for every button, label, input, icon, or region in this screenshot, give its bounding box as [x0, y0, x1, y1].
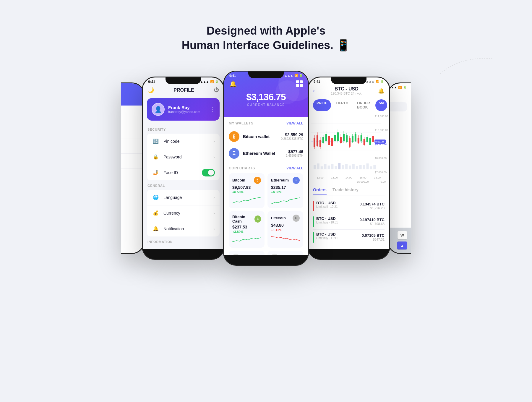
profile-title: PROFILE — [154, 87, 214, 93]
currency-icon: 💰 — [152, 209, 160, 217]
moon-icon[interactable]: 🌙 — [147, 87, 154, 93]
svg-rect-65 — [370, 166, 372, 169]
language-icon: 🌐 — [152, 193, 160, 202]
list-value: 541.42 — [121, 157, 140, 161]
options-menu-icon[interactable]: ⋮ — [210, 106, 215, 113]
svg-rect-61 — [356, 166, 358, 169]
tab-depth[interactable]: DEPTH — [333, 99, 352, 111]
coin-charts-header: COIN CHARTS VIEW ALL — [229, 166, 303, 170]
settings-item-pincode[interactable]: 🔢 Pin code › — [147, 134, 220, 149]
security-group: 🔢 Pin code › 🔒 Password › 🤳 Face ID — [147, 134, 220, 180]
list-item: 24H 27.54 +1.21% — [121, 106, 145, 124]
btc-wallet-amounts: $2,559.29 0.26921335 BTC — [281, 132, 303, 140]
settings-item-notification[interactable]: 🔔 Notification › — [147, 221, 220, 236]
xrp-icon: ✕ — [232, 254, 239, 255]
back-button[interactable]: ‹ — [313, 87, 315, 94]
contact-item[interactable]: AR — [387, 137, 407, 153]
price-label: $7,000.00 — [375, 171, 388, 174]
order-amounts: 0.07105 BTC $647.31 — [362, 233, 385, 241]
alert-bell-icon[interactable]: 🔔 — [378, 87, 385, 94]
keyboard-key-w[interactable]: W — [398, 231, 407, 239]
list-value: 23.23 — [121, 171, 140, 176]
tab-orders[interactable]: Orders — [313, 187, 327, 195]
phone-wallet: 9:41 ▲▲▲ 📶 🔋 🔔 — [223, 71, 309, 266]
coin-card-eth[interactable]: Ethereum Ξ $235.17 +6.58% — [267, 173, 303, 208]
settings-item-password[interactable]: 🔒 Password › — [147, 149, 220, 165]
wallet-item-eth[interactable]: Ξ Ethereum Wallet $577.46 2.45605 ETH — [229, 145, 303, 162]
tab-5m[interactable]: 5M — [375, 99, 387, 111]
power-icon[interactable]: ⏻ — [214, 87, 219, 93]
profile-card: 👤 Frank Ray frankrray@yahoo.com ⋮ — [147, 98, 220, 121]
wallet-balance-section: $3,136.75 CURRENT BALANCE — [224, 89, 308, 111]
keyboard-key-up[interactable]: ▲ — [397, 241, 407, 249]
list-change: +3.11% — [121, 132, 140, 136]
bell-notification-icon[interactable]: 🔔 — [229, 80, 237, 87]
price-label: $11,000.00 — [375, 115, 388, 118]
search-bar[interactable]: 🔍 Search — [387, 102, 407, 111]
sell-indicator — [313, 201, 314, 211]
coin-card-ltc[interactable]: Litecoin Ł $43.80 +1.12% — [267, 211, 303, 248]
security-section-label: SECURITY — [143, 125, 224, 132]
list-item: 57198 -1.21% — [121, 198, 145, 213]
time-label: 13:00 — [331, 176, 338, 179]
coin-card-btc[interactable]: Bitcoin ₿ $9,507.93 +6.58% — [229, 173, 265, 208]
coin-grid: Bitcoin ₿ $9,507.93 +6.58% — [229, 173, 303, 248]
order-usd: $647.31 — [362, 238, 385, 241]
view-all-coins[interactable]: VIEW ALL — [286, 166, 303, 170]
list-change: +1.21% — [121, 118, 140, 121]
settings-item-language[interactable]: 🌐 Language › — [147, 190, 220, 205]
order-pair: BTC - USD — [316, 201, 338, 205]
ltc-card-price: $43.80 — [271, 223, 300, 228]
settings-item-currency[interactable]: 💰 Currency › — [147, 205, 220, 221]
coin-card-xmr[interactable]: ◎ Monero — [267, 251, 303, 255]
tab-trade-history[interactable]: Trade history — [332, 187, 359, 195]
contact-item[interactable]: KJ — [387, 121, 407, 137]
btc-card-name: Bitcoin — [232, 178, 245, 182]
wallet-header: 9:41 ▲▲▲ 📶 🔋 🔔 — [224, 72, 308, 117]
order-details: BTC - USD Limit buy · 10:31 — [316, 216, 338, 224]
view-all-wallets[interactable]: VIEW ALL — [286, 121, 303, 125]
buy-indicator — [313, 216, 314, 227]
qr-icon[interactable] — [296, 80, 303, 87]
back-btn-right[interactable]: ‹ — [387, 90, 411, 101]
order-details: BTC - USD Limit buy · 11:11 — [316, 232, 338, 240]
svg-rect-52 — [324, 164, 327, 169]
bch-card-change: +3.80% — [232, 230, 261, 234]
btc-mini-chart — [232, 196, 261, 205]
ltc-card-change: +1.12% — [271, 228, 300, 232]
faceid-toggle[interactable] — [202, 169, 215, 176]
svg-rect-49 — [314, 165, 316, 169]
wallet-item-btc[interactable]: ₿ Bitcoin wallet $2,559.29 0.26921335 BT… — [229, 128, 303, 145]
eth-small-icon: Ξ — [293, 177, 300, 184]
wifi-icon: 📶 — [210, 80, 214, 83]
eth-wallet-amounts: $577.46 2.45605 ETH — [286, 149, 303, 157]
price-label: $8,000.00 — [375, 157, 388, 160]
list-value: 2.42 — [121, 186, 140, 191]
faceid-icon: 🤳 — [152, 168, 160, 177]
coin-card-xrp[interactable]: ✕ XRP — [229, 251, 265, 255]
ltc-card-name: Litecoin — [271, 216, 286, 220]
price-label-current: $9,127.54 — [375, 143, 388, 146]
svg-rect-57 — [342, 165, 344, 169]
chart-tabs: PRICE DEPTH ORDER BOOK 5M — [308, 97, 389, 114]
btc-small-icon: ₿ — [254, 177, 261, 184]
right-status-bar: 9:41 ▲▲ 📶 🔋 — [387, 83, 411, 90]
orders-tabs: Orders Trade history — [313, 187, 385, 195]
order-type: Limit buy · 11:11 — [316, 236, 338, 240]
chart-status-time: 9:41 — [314, 80, 320, 83]
tab-price[interactable]: PRICE — [313, 99, 331, 111]
order-amounts: 0.197410 BTC $1,798.63 — [359, 218, 385, 226]
signal-icon: ▲▲▲ — [284, 74, 293, 77]
settings-item-faceid[interactable]: 🤳 Face ID — [147, 165, 220, 180]
phone-chart: 9:41 ▲▲▲ 📶 🔋 ‹ BTC - USD 120,345 BTC 24h… — [307, 77, 390, 260]
status-icons: ▲▲ 📶 🔋 — [391, 86, 406, 89]
bch-card-name: Bitcoin Cash — [232, 215, 254, 223]
svg-rect-54 — [331, 164, 333, 169]
coin-card-bch[interactable]: Bitcoin Cash Ƀ $237.53 +3.80% — [229, 211, 265, 248]
tab-orderbook[interactable]: ORDER BOOK — [353, 99, 373, 111]
phone-emoji: 📱 — [336, 39, 350, 51]
profile-info: Frank Ray frankrray@yahoo.com — [168, 105, 206, 114]
chart-title-block: BTC - USD 120,345 BTC 24h vol. — [331, 86, 362, 95]
bch-mini-chart — [232, 235, 261, 244]
volume-labels: 15 000,00 0,00 — [308, 180, 389, 184]
